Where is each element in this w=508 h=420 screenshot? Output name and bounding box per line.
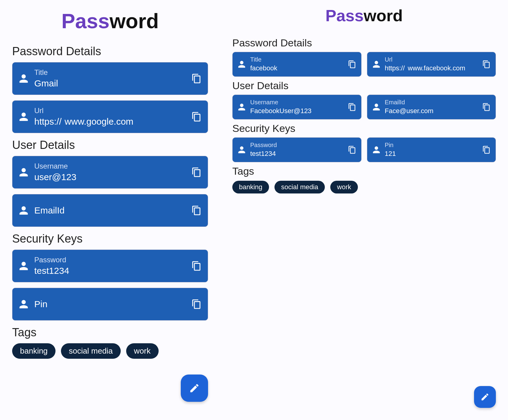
person-icon	[372, 103, 381, 111]
app-title-word: word	[109, 9, 159, 32]
tags-row: banking social media work	[12, 343, 208, 359]
tag-chip[interactable]: social media	[61, 343, 121, 359]
tag-chip[interactable]: work	[330, 181, 358, 193]
field-value: FacebookUser@123	[250, 107, 311, 115]
section-password-details: Password Details	[232, 37, 496, 49]
field-label: Url	[385, 56, 478, 63]
edit-fab[interactable]	[181, 375, 208, 402]
card-title: Title facebook	[232, 52, 362, 77]
card-url: Url https:// www.facebook.com	[367, 52, 496, 77]
edit-fab[interactable]	[474, 386, 496, 408]
tag-chip[interactable]: banking	[232, 181, 269, 193]
copy-icon[interactable]	[191, 167, 202, 177]
field-value: test1234	[250, 150, 276, 158]
pencil-icon	[189, 383, 200, 394]
card-username: Username user@123	[12, 156, 208, 189]
copy-icon[interactable]	[482, 60, 491, 69]
field-label: EmailId	[34, 205, 65, 216]
copy-icon[interactable]	[191, 299, 202, 309]
tags-row: banking social media work	[232, 181, 496, 193]
url-prefix: https://	[34, 116, 62, 127]
person-icon	[237, 60, 246, 69]
person-icon	[372, 60, 381, 69]
person-icon	[19, 261, 29, 271]
card-password: Password test1234	[12, 250, 208, 282]
field-value: test1234	[34, 265, 69, 276]
copy-icon[interactable]	[191, 205, 202, 216]
card-title: Title Gmail	[12, 62, 208, 95]
section-user-details: User Details	[12, 139, 208, 152]
card-pin: Pin 121	[367, 137, 496, 162]
copy-icon[interactable]	[348, 146, 356, 154]
field-label: Password	[250, 142, 344, 149]
person-icon	[372, 146, 381, 154]
app-title-pass: Pass	[61, 9, 109, 32]
section-security-keys: Security Keys	[232, 123, 496, 134]
field-label: Url	[34, 106, 186, 115]
person-icon	[19, 112, 29, 122]
tag-chip[interactable]: work	[126, 343, 159, 359]
field-value: Face@user.com	[385, 107, 434, 115]
app-title: Password	[232, 6, 496, 25]
card-url: Url https:// www.google.com	[12, 100, 208, 133]
tag-chip[interactable]: banking	[12, 343, 56, 359]
url-prefix: https://	[385, 64, 405, 72]
section-tags: Tags	[12, 326, 208, 339]
app-title: Password	[12, 9, 208, 33]
card-emailid: EmailId	[12, 194, 208, 227]
card-pin: Pin	[12, 288, 208, 321]
section-security-keys: Security Keys	[12, 232, 208, 245]
card-password: Password test1234	[232, 137, 362, 162]
card-username: Username FacebookUser@123	[232, 95, 362, 119]
person-icon	[19, 205, 29, 216]
copy-icon[interactable]	[482, 146, 491, 154]
person-icon	[19, 73, 29, 84]
person-icon	[237, 103, 246, 111]
pencil-icon	[480, 392, 489, 402]
screen-facebook: Password Password Details Title facebook…	[220, 0, 508, 420]
field-label: Title	[34, 68, 186, 77]
field-value: www.google.com	[65, 116, 133, 127]
field-value: facebook	[250, 64, 277, 72]
screen-gmail: Password Password Details Title Gmail Ur…	[0, 0, 220, 420]
section-password-details: Password Details	[12, 45, 208, 58]
field-label: Pin	[385, 142, 478, 149]
section-user-details: User Details	[232, 80, 496, 92]
copy-icon[interactable]	[191, 261, 202, 271]
person-icon	[19, 167, 29, 177]
copy-icon[interactable]	[482, 103, 491, 111]
field-label: Username	[250, 99, 344, 106]
person-icon	[19, 299, 29, 309]
copy-icon[interactable]	[191, 73, 202, 84]
field-value: 121	[385, 150, 396, 158]
field-label: Username	[34, 162, 186, 170]
app-title-word: word	[364, 6, 403, 25]
field-value: www.facebook.com	[408, 64, 466, 72]
person-icon	[237, 146, 246, 154]
copy-icon[interactable]	[191, 112, 202, 122]
field-label: Password	[34, 256, 186, 264]
field-value: user@123	[34, 172, 76, 183]
copy-icon[interactable]	[348, 60, 356, 69]
field-label: EmailId	[385, 99, 478, 106]
card-emailid: EmailId Face@user.com	[367, 95, 496, 119]
section-tags: Tags	[232, 165, 496, 177]
tag-chip[interactable]: social media	[274, 181, 325, 193]
field-value: Gmail	[34, 78, 58, 89]
field-label: Title	[250, 56, 344, 63]
copy-icon[interactable]	[348, 103, 356, 111]
field-label: Pin	[34, 299, 47, 310]
app-title-pass: Pass	[325, 6, 364, 25]
